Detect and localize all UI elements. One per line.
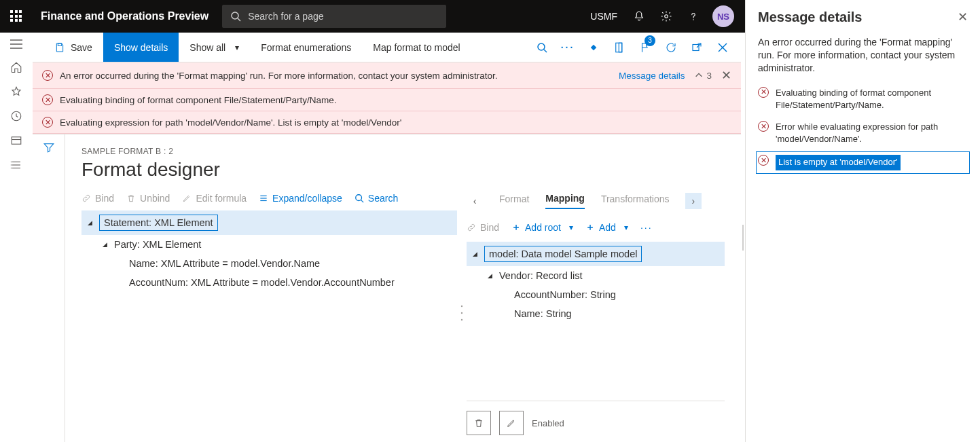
svg-line-29 — [361, 200, 363, 203]
details-item[interactable]: ✕List is empty at 'model/Vendor' — [758, 153, 968, 171]
popout-button[interactable] — [684, 33, 710, 62]
message-text: An error occurred during the 'Format map… — [60, 71, 497, 81]
workspaces-icon[interactable] — [10, 134, 22, 147]
notices-button[interactable]: 3 — [632, 33, 658, 62]
tree-caret-icon[interactable]: ◢ — [469, 251, 480, 257]
svg-point-32 — [461, 318, 462, 320]
svg-rect-21 — [619, 43, 622, 52]
notifications-button[interactable] — [625, 0, 653, 33]
tree-node[interactable]: AccountNumber: String — [467, 285, 725, 304]
add-label: Add — [599, 222, 616, 233]
tree-node-label: Name: XML Attribute = model.Vendor.Name — [129, 258, 320, 269]
svg-point-0 — [232, 12, 238, 19]
format-enumerations-button[interactable]: Format enumerations — [250, 33, 362, 62]
tree-caret-icon[interactable]: ◢ — [484, 272, 495, 279]
details-summary: An error occurred during the 'Format map… — [758, 36, 968, 75]
show-all-button[interactable]: Show all ▾ — [179, 33, 250, 62]
add-root-button[interactable]: ＋ Add root ▾ — [511, 221, 573, 234]
plus-icon: ＋ — [511, 221, 521, 234]
legal-entity-label[interactable]: USMF — [582, 11, 625, 22]
details-item-text: Error while evaluating expression for pa… — [776, 121, 968, 145]
help-icon — [687, 10, 700, 22]
tree-caret-icon[interactable]: ◢ — [99, 241, 110, 248]
tree-node-label: Party: XML Element — [114, 239, 201, 250]
modules-icon[interactable] — [10, 159, 22, 171]
tree-caret-icon[interactable]: ◢ — [84, 219, 95, 226]
add-button[interactable]: ＋ Add ▾ — [585, 221, 628, 234]
help-button[interactable] — [680, 0, 707, 33]
tree-node[interactable]: ◢Party: XML Element — [81, 235, 457, 254]
tab-mapping[interactable]: Mapping — [545, 193, 585, 209]
plus-icon: ＋ — [585, 221, 595, 234]
details-item[interactable]: ✕Evaluating binding of format component … — [758, 86, 968, 113]
bind-button[interactable]: Bind — [81, 193, 114, 204]
bind-label: Bind — [95, 193, 114, 204]
settings-button[interactable] — [653, 0, 680, 33]
unbind-button[interactable]: Unbind — [126, 193, 170, 204]
svg-rect-16 — [58, 43, 61, 45]
mapping-overflow-button[interactable]: ··· — [640, 222, 653, 233]
delete-button[interactable] — [467, 411, 491, 435]
tree-node[interactable]: AccountNum: XML Attribute = model.Vendor… — [81, 273, 457, 292]
error-icon: ✕ — [758, 87, 769, 98]
tree-node[interactable]: ◢model: Data model Sample model — [467, 242, 725, 266]
tree-search-button[interactable]: Search — [355, 193, 398, 204]
details-list: ✕Evaluating binding of format component … — [758, 86, 968, 172]
favorites-icon[interactable] — [10, 86, 22, 98]
popout-icon — [691, 41, 703, 54]
svg-rect-22 — [693, 44, 699, 50]
personalize-button[interactable] — [581, 33, 606, 62]
tree-node[interactable]: ◢Statement: XML Element — [81, 210, 457, 235]
expand-collapse-button[interactable]: Expand/collapse — [259, 193, 342, 204]
svg-point-3 — [693, 19, 694, 20]
recent-icon[interactable] — [10, 110, 22, 122]
home-icon[interactable] — [10, 61, 22, 73]
top-bar: Finance and Operations Preview Search fo… — [0, 0, 745, 33]
tabs-next-button[interactable]: › — [685, 193, 702, 209]
page-search-button[interactable] — [529, 33, 555, 62]
command-bar: Save Show details Show all ▾ Format enum… — [33, 33, 741, 62]
panel-resizer[interactable] — [741, 33, 745, 442]
global-search-input[interactable]: Search for a page — [222, 5, 446, 28]
trash-icon — [126, 194, 136, 203]
overflow-button[interactable]: ··· — [555, 33, 581, 62]
close-page-button[interactable] — [710, 33, 736, 62]
map-format-button[interactable]: Map format to model — [362, 33, 471, 62]
search-icon — [230, 11, 241, 22]
pencil-icon — [506, 418, 517, 428]
svg-point-15 — [11, 168, 12, 169]
hamburger-icon[interactable] — [10, 39, 22, 49]
tab-transformations[interactable]: Transformations — [601, 194, 669, 208]
message-details-link[interactable]: Message details — [619, 71, 685, 81]
tabs-prev-button[interactable]: ‹ — [467, 193, 483, 209]
message-collapse-button[interactable]: 3 — [694, 71, 712, 81]
tree-node[interactable]: Name: String — [467, 304, 725, 323]
details-item-text: List is empty at 'model/Vendor' — [776, 155, 901, 170]
refresh-button[interactable] — [658, 33, 684, 62]
tree-node[interactable]: Name: XML Attribute = model.Vendor.Name — [81, 254, 457, 273]
diamond-icon — [587, 41, 600, 54]
edit-button[interactable] — [499, 411, 524, 435]
app-launcher-button[interactable] — [0, 0, 33, 33]
add-root-label: Add root — [525, 222, 561, 233]
mapping-bind-button[interactable]: Bind — [467, 222, 499, 233]
avatar[interactable]: NS — [712, 5, 734, 27]
message-row: ✕ Evaluating expression for path 'model/… — [33, 111, 741, 133]
message-dismiss-button[interactable]: ✕ — [721, 68, 731, 83]
details-close-button[interactable]: ✕ — [958, 10, 968, 24]
tab-format[interactable]: Format — [499, 194, 529, 208]
chevron-down-icon: ▾ — [235, 43, 239, 52]
search-placeholder: Search for a page — [248, 11, 323, 22]
edit-formula-button[interactable]: Edit formula — [182, 193, 247, 204]
filter-button[interactable] — [43, 141, 55, 442]
save-button[interactable]: Save — [43, 33, 103, 62]
attachments-button[interactable] — [606, 33, 632, 62]
show-details-button[interactable]: Show details — [103, 33, 179, 62]
tree-node[interactable]: ◢Vendor: Record list — [467, 266, 725, 285]
details-item[interactable]: ✕Error while evaluating expression for p… — [758, 119, 968, 147]
tree-node-label: Name: String — [514, 308, 572, 319]
format-tree[interactable]: ◢Statement: XML Element◢Party: XML Eleme… — [81, 210, 457, 435]
mapping-tree[interactable]: ◢model: Data model Sample model◢Vendor: … — [467, 242, 725, 401]
splitter[interactable] — [457, 190, 467, 435]
app-title: Finance and Operations Preview — [33, 10, 208, 22]
